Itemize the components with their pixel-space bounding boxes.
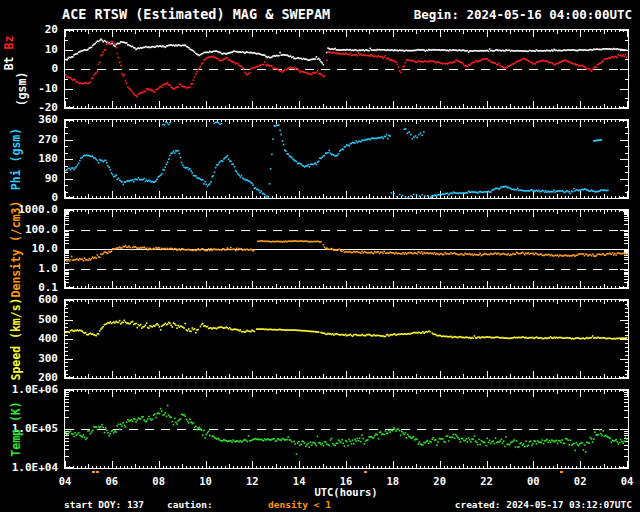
y-axis-label-part: (gsm): [15, 71, 29, 106]
panel-canvas-bt-bz: [65, 30, 628, 108]
start-doy-label: start DOY: 137: [64, 499, 144, 510]
y-axis-label-density: Density (/cm3): [9, 201, 23, 298]
panel-canvas-speed: [65, 300, 628, 378]
created-timestamp: created: 2024-05-17 03:12:07UTC: [455, 499, 632, 510]
plot-title: ACE RTSW (Estimated) MAG & SWEPAM: [62, 6, 330, 22]
y-tick-label: 1.0E+06: [0, 384, 58, 396]
begin-timestamp: Begin: 2024-05-16 04:00:00UTC: [414, 7, 632, 22]
caution-label: caution:: [167, 499, 213, 510]
x-tick-label: 00: [518, 475, 548, 487]
density-caution-marker: [96, 471, 99, 473]
panel-canvas-phi: [65, 120, 628, 198]
y-axis-label-part: Phi (gsm): [9, 128, 23, 190]
x-tick-label: 04: [612, 475, 640, 487]
x-tick-label: 20: [425, 475, 455, 487]
y-axis-label-part: Density (/cm3): [9, 201, 23, 298]
panel-canvas-density: [65, 210, 628, 288]
y-axis-label-phi: Phi (gsm): [9, 128, 23, 190]
x-tick-label: 04: [50, 475, 80, 487]
y-axis-label-part: Bt: [2, 50, 16, 71]
y-axis-label-temp: Temp (K): [9, 401, 23, 456]
y-tick-label: 360: [0, 114, 58, 126]
x-tick-label: 22: [472, 475, 502, 487]
x-tick-label: 12: [237, 475, 267, 487]
y-axis-label-bt-bz-unit: (gsm): [15, 71, 29, 106]
y-axis-label-part: Speed (km/s): [9, 297, 23, 380]
density-caution-marker: [560, 471, 563, 473]
x-axis-title: UTC(hours): [314, 486, 377, 498]
y-axis-label-speed: Speed (km/s): [9, 297, 23, 380]
x-tick-label: 06: [97, 475, 127, 487]
y-axis-label-bt-bz: Bt Bz: [2, 36, 16, 71]
y-tick-label: 20: [0, 24, 58, 36]
caution-density-note: density < 1: [268, 499, 331, 510]
x-tick-label: 16: [331, 475, 361, 487]
panel-canvas-temp: [65, 390, 628, 468]
x-tick-label: 10: [191, 475, 221, 487]
y-tick-label: 1.0E+04: [0, 462, 58, 474]
y-axis-label-part: Temp (K): [9, 401, 23, 456]
x-tick-label: 18: [378, 475, 408, 487]
x-tick-label: 08: [144, 475, 174, 487]
density-caution-marker: [364, 471, 367, 473]
y-tick-label: -10: [0, 83, 58, 95]
x-tick-label: 02: [565, 475, 595, 487]
ace-rtsw-plot: ACE RTSW (Estimated) MAG & SWEPAM Begin:…: [0, 0, 640, 512]
x-tick-label: 14: [284, 475, 314, 487]
y-axis-label-part: Bz: [2, 36, 16, 50]
